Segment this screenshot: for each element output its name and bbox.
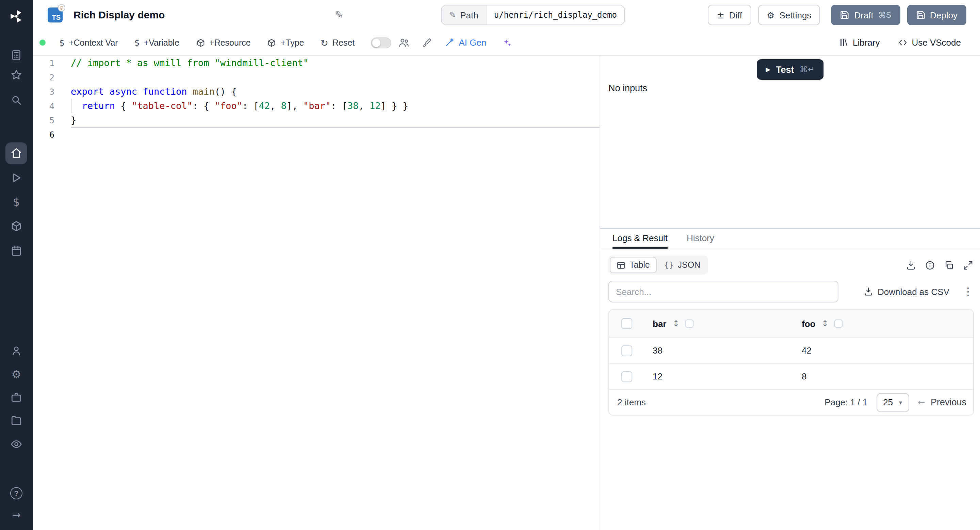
copy-icon[interactable] (944, 260, 954, 270)
sidebar-item-home[interactable] (5, 142, 27, 164)
help-icon[interactable]: ? (10, 486, 23, 500)
tab-logs-result[interactable]: Logs & Result (612, 229, 668, 249)
use-vscode-button[interactable]: Use VScode (897, 37, 961, 48)
expand-icon[interactable] (963, 260, 973, 270)
type-label: +Type (281, 38, 304, 47)
home-icon (10, 147, 22, 160)
reset-button[interactable]: ↻ Reset (321, 37, 355, 48)
deploy-save-icon (916, 10, 925, 20)
search-input[interactable] (608, 281, 838, 302)
code-lines[interactable]: // import * as wmill from "windmill-clie… (71, 56, 600, 530)
user-icon[interactable] (10, 344, 23, 358)
deploy-button[interactable]: Deploy (907, 5, 966, 25)
code-line[interactable] (71, 128, 600, 142)
windmill-logo[interactable] (8, 8, 25, 25)
view-option-json[interactable]: {} JSON (658, 257, 706, 273)
status-dot (40, 40, 46, 46)
code-line[interactable]: return { "table-col": { "foo": [42, 8], … (71, 99, 600, 113)
no-inputs-text: No inputs (608, 83, 647, 93)
sort-icon[interactable]: ↕ (821, 319, 828, 328)
column-header[interactable]: foo↕ (794, 318, 973, 329)
ts-badge-label: TS (52, 14, 60, 21)
add-type-button[interactable]: +Type (267, 38, 304, 47)
edit-summary-pencil-icon[interactable]: ✎ (335, 9, 343, 21)
ai-gen-button[interactable]: AI Gen (444, 37, 486, 48)
windmill-logo-icon (9, 9, 24, 24)
eye-icon[interactable] (10, 437, 23, 451)
draft-button[interactable]: Draft ⌘S (831, 5, 900, 25)
result-table: bar↕foo↕ 3842128 2 items Page: 1 / 1 25 … (608, 309, 974, 415)
users-icon[interactable] (398, 37, 410, 48)
sparkles-icon[interactable] (501, 37, 511, 48)
settings-button[interactable]: ⚙ Settings (758, 5, 820, 25)
page-size-select[interactable]: 25 ▾ (876, 393, 909, 412)
add-context-var-button[interactable]: $ +Context Var (59, 37, 118, 48)
row-checkbox[interactable] (621, 345, 632, 356)
kebab-menu-icon[interactable]: ⋮ (963, 286, 973, 298)
download-csv-label: Download as CSV (878, 286, 950, 297)
pencil-icon: ✎ (449, 10, 456, 20)
runs-icon[interactable] (10, 171, 23, 185)
path-value[interactable]: u/henri/rich_display_demo (487, 5, 624, 24)
table-cell: 12 (644, 371, 794, 382)
result-table-header: bar↕foo↕ (609, 310, 973, 337)
code-line[interactable]: } (71, 113, 600, 128)
library-button[interactable]: Library (838, 37, 880, 48)
diff-icon: ± (717, 10, 724, 20)
result-table-body: 3842128 (609, 337, 973, 389)
download-csv-button[interactable]: Download as CSV (863, 286, 950, 297)
folder-icon[interactable] (10, 413, 23, 427)
typescript-badge: TS ☺ (48, 8, 63, 22)
diff-button[interactable]: ± Diff (708, 5, 751, 25)
download-icon (863, 287, 873, 296)
download-result-icon[interactable] (906, 260, 916, 270)
braces-icon: {} (664, 260, 674, 270)
code-line[interactable]: export async function main() { (71, 85, 600, 99)
briefcase-icon[interactable] (10, 390, 23, 404)
info-icon[interactable] (925, 260, 935, 270)
add-resource-button[interactable]: +Resource (196, 38, 251, 47)
sidebar: $ ⚙ ? → (0, 0, 33, 530)
resources-icon[interactable] (10, 219, 23, 233)
path-control[interactable]: ✎ Path u/henri/rich_display_demo (441, 5, 625, 25)
sort-icon[interactable]: ↕ (672, 319, 679, 328)
row-checkbox[interactable] (621, 371, 632, 382)
page-size-value: 25 (883, 397, 893, 407)
previous-page-button[interactable]: ← Previous (918, 397, 966, 407)
calculator-icon[interactable] (10, 48, 23, 62)
select-all-checkbox[interactable] (621, 318, 632, 329)
variables-icon[interactable]: $ (10, 195, 23, 208)
search-icon[interactable] (10, 93, 23, 107)
table-row: 3842 (609, 337, 973, 363)
library-label: Library (853, 37, 880, 48)
collab-toggle[interactable] (371, 37, 391, 48)
inputs-panel: ▶ Test ⌘↵ No inputs (600, 56, 980, 229)
add-variable-button[interactable]: $ +Variable (134, 37, 179, 48)
vscode-icon (897, 37, 907, 48)
path-button[interactable]: ✎ Path (442, 5, 487, 24)
code-line[interactable] (71, 70, 600, 85)
path-label: Path (460, 10, 479, 20)
expand-sidebar-icon[interactable]: → (10, 508, 23, 522)
format-brush-icon[interactable] (422, 37, 432, 48)
column-label: foo (802, 318, 815, 329)
column-header[interactable]: bar↕ (644, 318, 794, 329)
view-option-table[interactable]: Table (610, 257, 657, 273)
gear-icon[interactable]: ⚙ (10, 367, 23, 381)
editor-toolbar: $ +Context Var $ +Variable +Resource +Ty… (33, 30, 980, 56)
code-line[interactable]: // import * as wmill from "windmill-clie… (71, 56, 600, 70)
library-icon (838, 37, 849, 48)
tab-history[interactable]: History (687, 229, 714, 249)
code-editor[interactable]: 123456 // import * as wmill from "windmi… (33, 56, 600, 530)
line-numbers: 123456 (33, 56, 68, 530)
column-checkbox[interactable] (835, 319, 843, 328)
schedules-icon[interactable] (10, 244, 23, 257)
result-table-footer: 2 items Page: 1 / 1 25 ▾ ← Previous (609, 389, 973, 415)
dollar-icon: $ (59, 37, 65, 48)
table-cell: 42 (794, 345, 973, 356)
wand-icon (444, 37, 455, 48)
chevron-down-icon: ▾ (899, 399, 902, 405)
column-checkbox[interactable] (686, 319, 694, 328)
star-icon[interactable] (10, 68, 23, 82)
test-button[interactable]: ▶ Test ⌘↵ (757, 59, 824, 80)
